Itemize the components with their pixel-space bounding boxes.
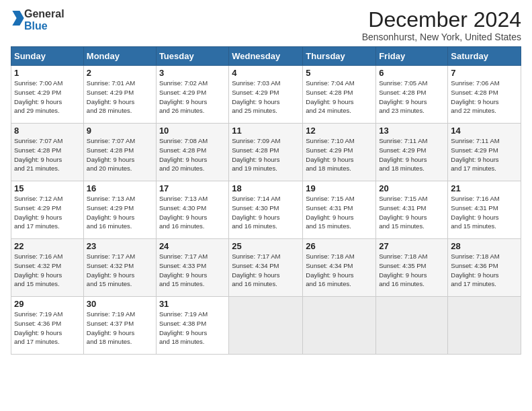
logo-icon <box>12 11 24 26</box>
day-number: 29 <box>14 299 81 309</box>
calendar-cell: 27Sunrise: 7:18 AM Sunset: 4:35 PM Dayli… <box>376 239 448 297</box>
calendar-header-monday: Monday <box>83 47 156 66</box>
day-info: Sunrise: 7:08 AM Sunset: 4:28 PM Dayligh… <box>159 136 226 173</box>
calendar-week-row: 8Sunrise: 7:07 AM Sunset: 4:28 PM Daylig… <box>11 124 521 181</box>
day-number: 31 <box>159 299 226 309</box>
day-info: Sunrise: 7:15 AM Sunset: 4:31 PM Dayligh… <box>379 194 445 231</box>
calendar-cell: 4Sunrise: 7:03 AM Sunset: 4:29 PM Daylig… <box>229 66 303 124</box>
calendar-cell: 3Sunrise: 7:02 AM Sunset: 4:29 PM Daylig… <box>156 66 228 124</box>
calendar-cell: 29Sunrise: 7:19 AM Sunset: 4:36 PM Dayli… <box>11 297 84 355</box>
day-number: 10 <box>159 126 226 136</box>
calendar-cell: 26Sunrise: 7:18 AM Sunset: 4:34 PM Dayli… <box>303 239 376 297</box>
calendar-cell <box>229 297 303 355</box>
day-info: Sunrise: 7:13 AM Sunset: 4:29 PM Dayligh… <box>87 194 153 231</box>
calendar-week-row: 29Sunrise: 7:19 AM Sunset: 4:36 PM Dayli… <box>11 297 521 355</box>
calendar-cell: 20Sunrise: 7:15 AM Sunset: 4:31 PM Dayli… <box>376 181 448 239</box>
day-number: 27 <box>379 241 445 251</box>
calendar-week-row: 22Sunrise: 7:16 AM Sunset: 4:32 PM Dayli… <box>11 239 521 297</box>
calendar-cell: 31Sunrise: 7:19 AM Sunset: 4:38 PM Dayli… <box>156 297 228 355</box>
calendar-cell: 23Sunrise: 7:17 AM Sunset: 4:32 PM Dayli… <box>83 239 156 297</box>
day-info: Sunrise: 7:13 AM Sunset: 4:30 PM Dayligh… <box>159 194 226 231</box>
calendar-cell: 15Sunrise: 7:12 AM Sunset: 4:29 PM Dayli… <box>11 181 84 239</box>
day-number: 24 <box>159 241 226 251</box>
calendar-cell: 8Sunrise: 7:07 AM Sunset: 4:28 PM Daylig… <box>11 124 84 181</box>
calendar-cell: 17Sunrise: 7:13 AM Sunset: 4:30 PM Dayli… <box>156 181 228 239</box>
day-number: 25 <box>232 241 300 251</box>
calendar-header-thursday: Thursday <box>303 47 376 66</box>
calendar-header-tuesday: Tuesday <box>156 47 228 66</box>
logo-text: General Blue <box>24 8 64 32</box>
calendar-cell: 11Sunrise: 7:09 AM Sunset: 4:28 PM Dayli… <box>229 124 303 181</box>
calendar-cell <box>448 297 521 355</box>
day-number: 23 <box>87 241 153 251</box>
day-info: Sunrise: 7:02 AM Sunset: 4:29 PM Dayligh… <box>159 79 226 116</box>
day-info: Sunrise: 7:05 AM Sunset: 4:28 PM Dayligh… <box>379 79 445 116</box>
day-number: 28 <box>451 241 518 251</box>
calendar-table: SundayMondayTuesdayWednesdayThursdayFrid… <box>11 46 521 355</box>
day-number: 30 <box>87 299 153 309</box>
day-number: 8 <box>14 126 81 136</box>
calendar-cell: 2Sunrise: 7:01 AM Sunset: 4:29 PM Daylig… <box>83 66 156 124</box>
day-number: 4 <box>232 68 300 78</box>
day-info: Sunrise: 7:18 AM Sunset: 4:36 PM Dayligh… <box>451 252 518 289</box>
title-block: December 2024 Bensonhurst, New York, Uni… <box>362 8 521 42</box>
day-info: Sunrise: 7:19 AM Sunset: 4:37 PM Dayligh… <box>87 310 153 347</box>
calendar-cell: 13Sunrise: 7:11 AM Sunset: 4:29 PM Dayli… <box>376 124 448 181</box>
day-info: Sunrise: 7:18 AM Sunset: 4:34 PM Dayligh… <box>306 252 373 289</box>
day-number: 18 <box>232 183 300 193</box>
day-number: 20 <box>379 183 445 193</box>
calendar-cell: 6Sunrise: 7:05 AM Sunset: 4:28 PM Daylig… <box>376 66 448 124</box>
logo: General Blue <box>11 8 64 32</box>
calendar-cell: 24Sunrise: 7:17 AM Sunset: 4:33 PM Dayli… <box>156 239 228 297</box>
day-info: Sunrise: 7:15 AM Sunset: 4:31 PM Dayligh… <box>306 194 373 231</box>
day-info: Sunrise: 7:06 AM Sunset: 4:28 PM Dayligh… <box>451 79 518 116</box>
day-number: 12 <box>306 126 373 136</box>
calendar-cell: 21Sunrise: 7:16 AM Sunset: 4:31 PM Dayli… <box>448 181 521 239</box>
calendar-cell: 19Sunrise: 7:15 AM Sunset: 4:31 PM Dayli… <box>303 181 376 239</box>
day-info: Sunrise: 7:17 AM Sunset: 4:33 PM Dayligh… <box>159 252 226 289</box>
day-info: Sunrise: 7:00 AM Sunset: 4:29 PM Dayligh… <box>14 79 81 116</box>
location: Bensonhurst, New York, United States <box>362 32 521 42</box>
day-info: Sunrise: 7:07 AM Sunset: 4:28 PM Dayligh… <box>87 136 153 173</box>
calendar-week-row: 15Sunrise: 7:12 AM Sunset: 4:29 PM Dayli… <box>11 181 521 239</box>
day-number: 1 <box>14 68 81 78</box>
day-info: Sunrise: 7:16 AM Sunset: 4:31 PM Dayligh… <box>451 194 518 231</box>
calendar-cell: 5Sunrise: 7:04 AM Sunset: 4:28 PM Daylig… <box>303 66 376 124</box>
calendar-header-row: SundayMondayTuesdayWednesdayThursdayFrid… <box>11 47 521 66</box>
day-number: 19 <box>306 183 373 193</box>
svg-marker-0 <box>12 11 24 26</box>
calendar-cell: 10Sunrise: 7:08 AM Sunset: 4:28 PM Dayli… <box>156 124 228 181</box>
day-number: 17 <box>159 183 226 193</box>
calendar-cell: 22Sunrise: 7:16 AM Sunset: 4:32 PM Dayli… <box>11 239 84 297</box>
calendar-header-wednesday: Wednesday <box>229 47 303 66</box>
day-number: 11 <box>232 126 300 136</box>
day-info: Sunrise: 7:19 AM Sunset: 4:38 PM Dayligh… <box>159 310 226 347</box>
day-number: 6 <box>379 68 445 78</box>
day-info: Sunrise: 7:17 AM Sunset: 4:32 PM Dayligh… <box>87 252 153 289</box>
calendar-cell: 1Sunrise: 7:00 AM Sunset: 4:29 PM Daylig… <box>11 66 84 124</box>
day-number: 14 <box>451 126 518 136</box>
calendar-cell: 12Sunrise: 7:10 AM Sunset: 4:29 PM Dayli… <box>303 124 376 181</box>
day-info: Sunrise: 7:10 AM Sunset: 4:29 PM Dayligh… <box>306 136 373 173</box>
calendar-cell: 9Sunrise: 7:07 AM Sunset: 4:28 PM Daylig… <box>83 124 156 181</box>
day-info: Sunrise: 7:17 AM Sunset: 4:34 PM Dayligh… <box>232 252 300 289</box>
day-info: Sunrise: 7:01 AM Sunset: 4:29 PM Dayligh… <box>87 79 153 116</box>
day-number: 15 <box>14 183 81 193</box>
month-title: December 2024 <box>362 8 521 32</box>
calendar-cell: 18Sunrise: 7:14 AM Sunset: 4:30 PM Dayli… <box>229 181 303 239</box>
calendar-cell: 16Sunrise: 7:13 AM Sunset: 4:29 PM Dayli… <box>83 181 156 239</box>
calendar-week-row: 1Sunrise: 7:00 AM Sunset: 4:29 PM Daylig… <box>11 66 521 124</box>
calendar-header-friday: Friday <box>376 47 448 66</box>
calendar-cell: 14Sunrise: 7:11 AM Sunset: 4:29 PM Dayli… <box>448 124 521 181</box>
day-number: 16 <box>87 183 153 193</box>
day-info: Sunrise: 7:07 AM Sunset: 4:28 PM Dayligh… <box>14 136 81 173</box>
calendar-cell <box>303 297 376 355</box>
day-number: 9 <box>87 126 153 136</box>
header: General Blue December 2024 Bensonhurst, … <box>11 8 521 42</box>
day-number: 22 <box>14 241 81 251</box>
day-info: Sunrise: 7:11 AM Sunset: 4:29 PM Dayligh… <box>379 136 445 173</box>
day-number: 2 <box>87 68 153 78</box>
day-number: 26 <box>306 241 373 251</box>
day-info: Sunrise: 7:04 AM Sunset: 4:28 PM Dayligh… <box>306 79 373 116</box>
day-info: Sunrise: 7:14 AM Sunset: 4:30 PM Dayligh… <box>232 194 300 231</box>
